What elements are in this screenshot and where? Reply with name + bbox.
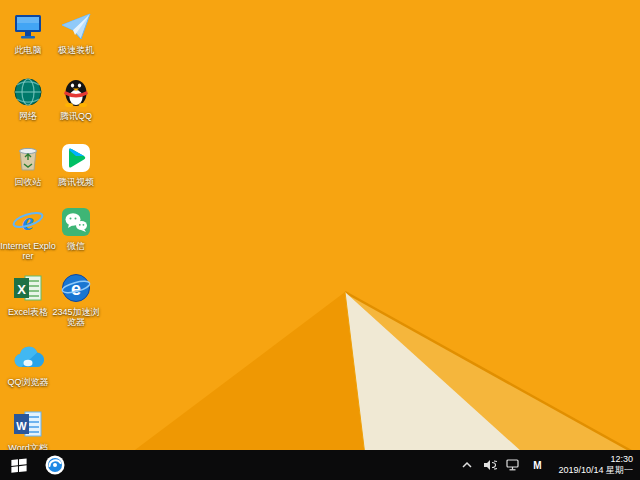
system-tray: M 12:30 2019/10/14 星期一: [460, 450, 640, 480]
svg-text:W: W: [16, 420, 27, 432]
desktop-item-label: 2345加速浏览器: [48, 307, 104, 328]
wechat-icon: [60, 206, 92, 238]
desktop-item-word[interactable]: W Word文档: [0, 408, 56, 453]
desktop-item-label: 腾讯视频: [58, 177, 94, 187]
desktop-item-label: 回收站: [15, 177, 42, 187]
windows-logo-icon: [10, 456, 28, 474]
this-pc-icon: [12, 10, 44, 42]
desktop-item-label: 此电脑: [15, 45, 42, 55]
taskbar[interactable]: M 12:30 2019/10/14 星期一: [0, 450, 640, 480]
desktop-item-installer[interactable]: 极速装机: [48, 10, 104, 55]
tencent-video-icon: [60, 142, 92, 174]
desktop-item-label: 极速装机: [58, 45, 94, 55]
svg-text:X: X: [17, 282, 26, 297]
pinned-browser-icon: [45, 455, 65, 475]
excel-icon: X: [12, 272, 44, 304]
recycle-bin-icon: [12, 142, 44, 174]
word-icon: W: [12, 408, 44, 440]
show-hidden-icons-button[interactable]: [460, 458, 474, 472]
volume-button[interactable]: [483, 458, 497, 472]
taskbar-clock[interactable]: 12:30 2019/10/14 星期一: [554, 454, 633, 477]
desktop-item-label: QQ浏览器: [7, 377, 48, 387]
paper-plane-icon: [60, 10, 92, 42]
internet-explorer-icon: e: [12, 206, 44, 238]
qq-cloud-icon: [12, 342, 44, 374]
desktop-item-label: Excel表格: [8, 307, 48, 317]
desktop-item-label: 网络: [19, 111, 37, 121]
network-button[interactable]: [506, 458, 520, 472]
network-globe-icon: [12, 76, 44, 108]
desktop[interactable]: 此电脑 极速装机 网络 腾讯QQ: [0, 0, 640, 450]
desktop-item-qq-browser[interactable]: QQ浏览器: [0, 342, 56, 387]
svg-text:e: e: [22, 207, 34, 236]
chevron-up-icon: [462, 461, 472, 469]
speaker-icon: [483, 459, 497, 471]
desktop-item-label: 微信: [67, 241, 85, 251]
desktop-item-label: 腾讯QQ: [60, 111, 92, 121]
browser-2345-icon: e: [60, 272, 92, 304]
start-button[interactable]: [0, 450, 38, 480]
taskbar-pinned-browser[interactable]: [38, 450, 72, 480]
clock-date: 2019/10/14 星期一: [558, 465, 633, 476]
clock-time: 12:30: [558, 454, 633, 465]
input-method-indicator[interactable]: M: [529, 457, 545, 473]
qq-penguin-icon: [60, 76, 92, 108]
desktop-item-qq[interactable]: 腾讯QQ: [48, 76, 104, 121]
desktop-item-2345-browser[interactable]: e 2345加速浏览器: [48, 272, 104, 328]
desktop-item-wechat[interactable]: 微信: [48, 206, 104, 251]
network-status-icon: [506, 459, 520, 471]
desktop-item-tencent-video[interactable]: 腾讯视频: [48, 142, 104, 187]
screen: { "wallpaper": { "base_color": "#f7a411"…: [0, 0, 640, 480]
